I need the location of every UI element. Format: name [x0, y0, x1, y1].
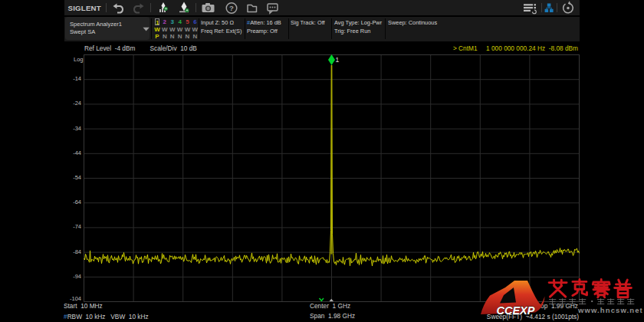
- svg-text:?: ?: [229, 4, 234, 12]
- svg-text:CCEXP: CCEXP: [497, 304, 535, 317]
